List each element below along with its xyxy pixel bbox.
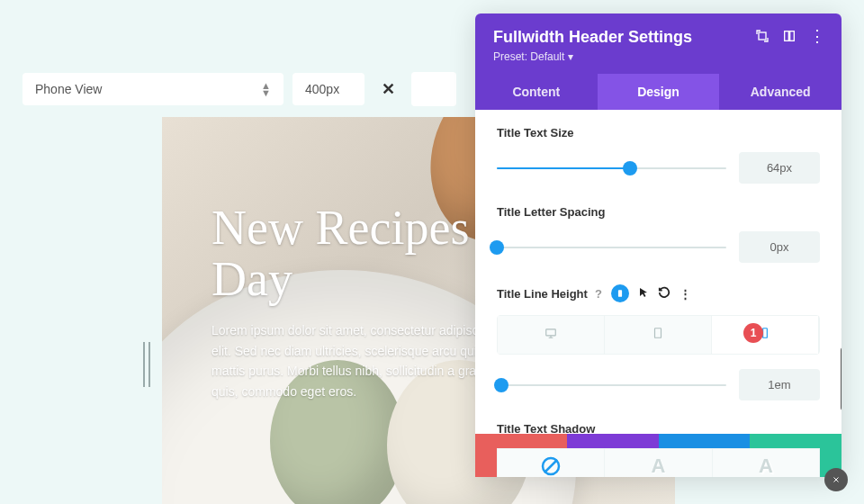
label-letter-spacing: Title Letter Spacing: [497, 205, 820, 219]
svg-rect-6: [763, 328, 768, 338]
panel-header: Fullwidth Header Settings Preset: Defaul…: [475, 14, 842, 74]
value-letter-spacing[interactable]: 0px: [739, 231, 820, 263]
viewport-label: Phone View: [35, 82, 102, 96]
field-text-shadow: Title Text Shadow A A: [497, 422, 820, 477]
device-tab-tablet[interactable]: [605, 316, 712, 354]
help-icon[interactable]: ?: [595, 287, 602, 301]
device-tab-desktop[interactable]: [498, 316, 605, 354]
field-letter-spacing: Title Letter Spacing 0px: [497, 205, 820, 263]
close-icon[interactable]: ✕: [374, 79, 402, 99]
panel-body: Title Text Size 64px Title Letter Spacin…: [475, 110, 842, 434]
kebab-icon[interactable]: ⋮: [809, 28, 825, 44]
hero-body: Lorem ipsum dolor sit amet, consectetur …: [212, 320, 518, 401]
viewport-height-input[interactable]: [411, 72, 456, 106]
viewport-toolbar: Phone View ▲▼ 400px ✕: [22, 72, 456, 106]
shadow-option-none[interactable]: [497, 448, 604, 477]
value-title-text-size[interactable]: 64px: [739, 152, 820, 184]
label-text-shadow: Title Text Shadow: [497, 422, 820, 436]
caret-down-icon: ▾: [568, 50, 573, 63]
viewport-width-input[interactable]: 400px: [292, 73, 364, 105]
svg-rect-0: [759, 32, 766, 40]
device-tabs: 1: [497, 315, 820, 355]
annotation-badge: 1: [743, 323, 763, 343]
reset-icon[interactable]: [658, 286, 670, 302]
resize-handle-left[interactable]: [140, 342, 153, 387]
expand-corner-button[interactable]: [824, 468, 848, 491]
svg-rect-5: [655, 328, 662, 338]
field-title-text-size: Title Text Size 64px: [497, 126, 820, 184]
tab-design[interactable]: Design: [598, 74, 720, 110]
field-line-height: Title Line Height ? ⋮ 1 1em: [497, 284, 820, 400]
snap-icon[interactable]: [782, 28, 796, 44]
responsive-icon[interactable]: [611, 284, 629, 302]
svg-rect-1: [785, 32, 789, 41]
slider-title-text-size[interactable]: [497, 164, 726, 173]
hover-icon[interactable]: [638, 286, 649, 302]
viewport-dropdown[interactable]: Phone View ▲▼: [22, 73, 284, 105]
slider-line-height[interactable]: [497, 381, 726, 390]
svg-rect-2: [790, 32, 795, 41]
scrollbar-thumb[interactable]: [841, 347, 842, 410]
expand-icon[interactable]: [755, 28, 770, 44]
tab-content[interactable]: Content: [475, 74, 598, 110]
value-line-height[interactable]: 1em: [739, 369, 820, 400]
settings-panel: Fullwidth Header Settings Preset: Defaul…: [475, 14, 842, 477]
slider-letter-spacing[interactable]: [497, 243, 726, 252]
label-line-height: Title Line Height ? ⋮: [497, 284, 820, 302]
shadow-option-1[interactable]: A: [604, 448, 711, 477]
chevron-updown-icon: ▲▼: [261, 82, 271, 96]
panel-tabs: Content Design Advanced: [475, 74, 842, 110]
label-title-text-size: Title Text Size: [497, 126, 820, 140]
tab-advanced[interactable]: Advanced: [719, 74, 842, 110]
preset-dropdown[interactable]: Preset: Default ▾: [493, 50, 824, 63]
svg-rect-3: [618, 290, 622, 297]
shadow-option-2[interactable]: A: [712, 448, 820, 477]
more-icon[interactable]: ⋮: [680, 287, 691, 301]
device-tab-phone[interactable]: [712, 316, 819, 354]
svg-rect-4: [546, 329, 556, 336]
